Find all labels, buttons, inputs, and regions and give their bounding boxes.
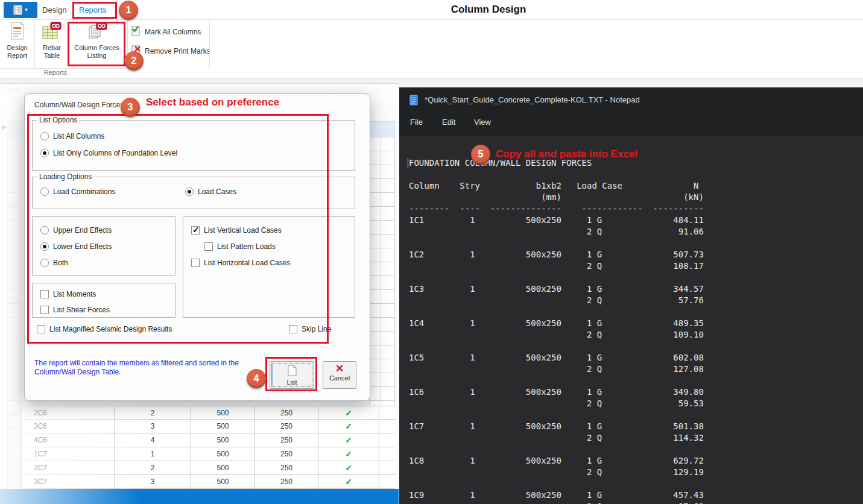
cell-b2: 250 xyxy=(255,475,318,488)
notepad-text-area[interactable]: FOUNDATION COLUMN/WALL DESIGN FORCESColu… xyxy=(399,136,863,504)
mark-all-columns-button[interactable]: Mark All Columns xyxy=(130,26,201,38)
cell-story: 3 xyxy=(115,420,191,433)
radio-list-all-columns[interactable]: List All Columns xyxy=(40,131,104,142)
cell-status-check-icon: ✓ xyxy=(318,406,379,419)
notepad-text-line: 1C3 1 500x250 1 G 344.57 xyxy=(409,283,863,295)
radio-icon xyxy=(40,259,49,267)
app-menu-button[interactable]: ▾ xyxy=(4,2,37,18)
list-button[interactable]: List xyxy=(270,361,314,389)
cell-b2: 250 xyxy=(255,420,318,433)
big-button-label: Column Forces Listing xyxy=(68,44,125,60)
annotation-step-4: 4 xyxy=(247,369,266,388)
column-wall-design-forces-dialog: Column/Wall Design Forces List Options L… xyxy=(24,93,370,401)
notepad-text-line: (mm) (kN) xyxy=(409,192,863,203)
big-button-label: Rebar Table xyxy=(37,44,67,60)
dialog-title: Column/Wall Design Forces xyxy=(34,101,124,109)
cell-story: 4 xyxy=(115,433,191,447)
tab-reports[interactable]: Reports xyxy=(79,4,107,16)
radio-both[interactable]: Both xyxy=(40,257,68,268)
notepad-text-line xyxy=(409,169,863,180)
journal-icon xyxy=(13,5,22,15)
tab-design[interactable]: Design xyxy=(42,4,66,16)
groupbox-label: List Options xyxy=(37,116,79,124)
text-cursor xyxy=(408,158,408,168)
notepad-text-line: 2 Q 109.10 xyxy=(409,329,863,341)
notepad-text-line xyxy=(409,478,863,490)
cell-empty xyxy=(379,433,395,447)
page-icon xyxy=(270,365,314,379)
annotation-step-1: 1 xyxy=(119,1,138,20)
notepad-text-line: 1C8 1 500x250 1 G 629.72 xyxy=(409,455,863,467)
radio-selected-icon xyxy=(40,242,49,251)
cell-b2: 250 xyxy=(255,433,318,447)
radio-lower-end-effects[interactable]: Lower End Effects xyxy=(40,241,112,252)
checkbox-list-shear-forces[interactable]: List Shear Forces xyxy=(40,304,110,315)
big-button-label: Design Report xyxy=(1,44,33,60)
menu-view[interactable]: View xyxy=(474,118,491,127)
checkbox-skip-line[interactable]: Skip Line xyxy=(289,324,331,335)
cell-story: 3 xyxy=(115,475,191,488)
default-button-accent xyxy=(271,363,273,387)
menu-file[interactable]: File xyxy=(410,118,423,127)
cell-column-name: 1C7 xyxy=(21,447,115,461)
notepad-text-line: 1C5 1 500x250 1 G 602.08 xyxy=(409,352,863,364)
radio-upper-end-effects[interactable]: Upper End Effects xyxy=(40,225,112,236)
cell-column-name: 3C6 xyxy=(21,420,115,433)
notepad-menubar: File Edit View xyxy=(399,112,863,136)
remove-print-marks-button[interactable]: Remove Print Marks xyxy=(130,45,210,57)
notepad-text-line: 1C9 1 500x250 1 G 457.43 xyxy=(409,490,863,501)
notepad-text-line: -------- ---- -------------- -----------… xyxy=(409,203,863,215)
selected-row-header-cell xyxy=(8,122,21,137)
cell-empty xyxy=(379,475,395,488)
table-row[interactable]: 3C6 3 500 250 ✓ xyxy=(21,420,395,433)
chevron-down-icon: ▾ xyxy=(25,7,28,13)
table-row[interactable]: 1C7 1 500 250 ✓ xyxy=(21,447,395,461)
notepad-titlebar[interactable]: *Quick_Start_Guide_Concrete_Complete-KOL… xyxy=(399,87,863,112)
checkbox-list-moments[interactable]: List Moments xyxy=(40,289,96,300)
checkbox-icon xyxy=(191,259,200,267)
cell-b2: 250 xyxy=(255,461,318,474)
checkbox-list-pattern-loads[interactable]: List Pattern Loads xyxy=(204,241,276,252)
radio-load-cases[interactable]: Load Cases xyxy=(185,186,236,197)
notepad-icon xyxy=(409,94,419,106)
design-report-icon xyxy=(10,22,25,42)
radio-list-only-foundation-level[interactable]: List Only Columns of Foundation Level xyxy=(40,148,177,159)
table-row[interactable]: 3C7 3 500 250 ✓ xyxy=(21,475,395,489)
checkbox-list-vertical-load-cases[interactable]: List Vertical Load Cases xyxy=(191,225,282,236)
rebar-table-button[interactable]: Rebar Table xyxy=(37,22,67,68)
notepad-text-line xyxy=(409,272,863,283)
table-row[interactable]: 2C6 2 500 250 ✓ xyxy=(21,406,395,420)
radio-icon xyxy=(40,187,49,196)
mark-all-columns-icon xyxy=(130,25,141,39)
checkbox-list-magnified-seismic[interactable]: List Magnified Seismic Design Results xyxy=(37,324,172,335)
column-forces-listing-button[interactable]: Column Forces Listing xyxy=(68,22,125,68)
ribbon-separator xyxy=(34,21,35,68)
cell-status-check-icon: ✓ xyxy=(318,447,379,461)
cell-b2: 250 xyxy=(255,406,318,419)
notepad-text-line: 2 Q 108.17 xyxy=(409,260,863,272)
cell-story: 2 xyxy=(115,461,191,474)
cell-b2: 250 xyxy=(255,447,318,461)
notepad-text-line: Column Stry b1xb2 Load Case N xyxy=(409,180,863,192)
annotation-text-select: Select based on preference xyxy=(146,96,279,109)
table-hint-text: To col xyxy=(3,86,21,93)
notepad-text-line: 1C1 1 500x250 1 G 484.11 xyxy=(409,215,863,226)
notepad-text-line: 2 Q 129.19 xyxy=(409,467,863,478)
table-row[interactable]: 2C7 2 500 250 ✓ xyxy=(21,461,395,475)
cell-status-check-icon: ✓ xyxy=(318,420,379,433)
table-row[interactable]: 4C6 4 500 250 ✓ xyxy=(21,433,395,447)
cell-story: 2 xyxy=(115,406,191,419)
radio-selected-icon xyxy=(185,187,194,196)
cancel-button[interactable]: ✕ Cancel xyxy=(323,361,356,389)
menu-edit[interactable]: Edit xyxy=(442,118,455,127)
ribbon-group-label: Reports xyxy=(34,69,77,76)
notepad-text-line: 2 Q 87.69 xyxy=(409,501,863,504)
checkbox-list-horizontal-load-cases[interactable]: List Horizontal Load Cases xyxy=(191,257,290,268)
design-report-button[interactable]: Design Report xyxy=(1,22,33,68)
notepad-text-line: 1C7 1 500x250 1 G 501.38 xyxy=(409,421,863,432)
cell-b1: 500 xyxy=(191,420,255,433)
notepad-text-line: 2 Q 57.76 xyxy=(409,295,863,306)
radio-load-combinations[interactable]: Load Combinations xyxy=(40,186,115,197)
annotation-text-copy: Copy all and paste into Excel xyxy=(496,148,637,160)
cell-empty xyxy=(379,447,395,461)
